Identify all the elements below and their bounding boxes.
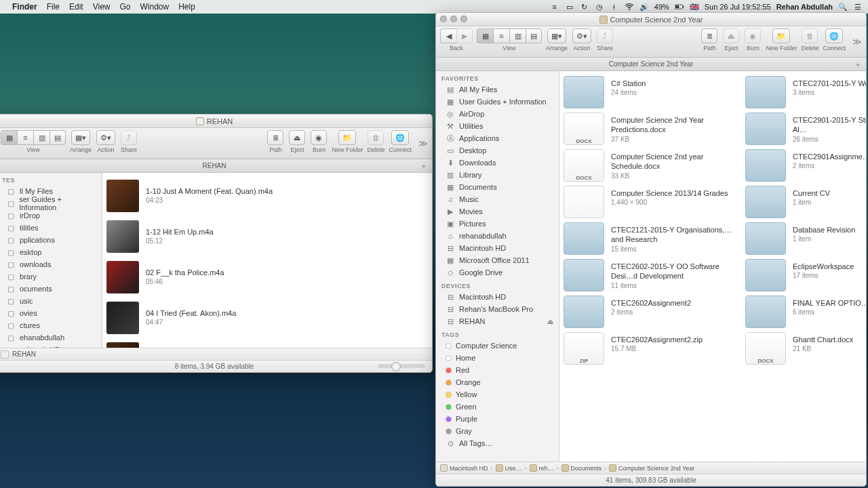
input-flag[interactable]: 🇬🇧 xyxy=(690,3,699,12)
list-view-btn[interactable]: ≡ xyxy=(493,28,509,43)
titlebar[interactable]: REHAN xyxy=(0,115,432,128)
menubar-user[interactable]: Rehan Abdullah xyxy=(776,3,833,11)
sidebar-item[interactable]: ⒶApplications xyxy=(436,132,559,144)
connect-btn[interactable]: 🌐 xyxy=(391,130,409,145)
icon-view-btn[interactable]: ▦ xyxy=(477,28,493,43)
icon-view-btn[interactable]: ▦ xyxy=(1,130,17,145)
file-item[interactable]: CTEC2602Assignment22 items xyxy=(562,295,738,329)
file-item[interactable]: 04 I Tried (Feat. Akon).m4a04:47 xyxy=(105,299,281,337)
menu-file[interactable]: File xyxy=(47,2,60,12)
volume-icon[interactable]: 🔊 xyxy=(639,2,649,12)
file-item[interactable]: CTEC2901Assignme…2 items xyxy=(744,148,866,182)
file-item[interactable]: FINAL YEAR OPTIO…6 items xyxy=(744,295,866,329)
share-btn[interactable]: ⤴ xyxy=(121,130,137,145)
sidebar-tag[interactable]: Computer Science xyxy=(436,340,559,352)
file-item[interactable]: Database Revision1 item xyxy=(744,222,866,256)
close-btn[interactable] xyxy=(440,16,447,22)
toolbar-overflow-icon[interactable]: ≫ xyxy=(418,138,428,148)
sidebar-item[interactable]: ⌂rehanabdullah xyxy=(436,230,559,242)
menubar-datetime[interactable]: Sun 26 Jul 19:52:55 xyxy=(705,3,771,11)
timemachine-icon[interactable]: ↻ xyxy=(580,2,589,12)
file-item[interactable]: ZIPCTEC2602Assignment2.zip15.7 MB xyxy=(562,331,738,365)
file-item[interactable]: Computer Science 2013/14 Grades1,440 × 9… xyxy=(562,185,738,219)
sidebar-item[interactable]: ▢pplications xyxy=(0,234,102,246)
menu-edit[interactable]: Edit xyxy=(69,2,83,12)
new-tab-btn[interactable]: ＋ xyxy=(854,59,862,70)
zoom-btn[interactable] xyxy=(460,16,467,22)
column-view-btn[interactable]: ▥ xyxy=(33,130,50,145)
sidebar-tag[interactable]: Yellow xyxy=(436,388,559,401)
sidebar-item[interactable]: ⊟Macintosh HD xyxy=(436,242,559,254)
burn-btn[interactable]: ◉ xyxy=(745,28,761,43)
sidebar-tag[interactable]: Purple xyxy=(436,413,559,425)
coverflow-view-btn[interactable]: ▤ xyxy=(50,130,66,145)
battery-icon[interactable] xyxy=(675,2,684,12)
fwd-btn[interactable]: ▶ xyxy=(456,28,473,43)
file-item[interactable]: Current CV1 item xyxy=(744,185,866,219)
path-segment[interactable]: reh… xyxy=(530,464,554,472)
menu-help[interactable]: Help xyxy=(178,2,195,12)
sidebar-item[interactable]: ▢ctures xyxy=(0,319,102,331)
sidebar-item[interactable]: ▢esktop xyxy=(0,246,102,258)
path-btn[interactable]: ≣ xyxy=(701,28,717,43)
battery-percent[interactable]: 49% xyxy=(654,3,669,11)
delete-btn[interactable]: 🗑 xyxy=(368,130,384,145)
sidebar-device[interactable]: ⊟REHAN⏏ xyxy=(436,315,559,327)
sidebar-item[interactable]: ◎AirDrop xyxy=(436,108,559,120)
file-item[interactable]: C# Station24 items xyxy=(562,75,738,109)
sidebar-item[interactable]: ◇Google Drive xyxy=(436,266,559,279)
sidebar-item[interactable]: ▢tilities xyxy=(0,222,102,234)
sidebar-item[interactable]: ▢usic xyxy=(0,295,102,307)
toolbar-overflow-icon[interactable]: ≫ xyxy=(852,37,862,47)
file-item[interactable]: DOCXComputer Science 2nd Year Prediction… xyxy=(562,112,738,146)
sidebar-item[interactable]: ⚒Utilities xyxy=(436,120,559,132)
new-tab-btn[interactable]: ＋ xyxy=(420,161,428,172)
path-btn[interactable]: ≣ xyxy=(267,130,283,145)
tab[interactable]: Computer Science 2nd Year xyxy=(609,60,694,68)
sidebar-item[interactable]: ⬇Downloads xyxy=(436,157,559,169)
sidebar-device[interactable]: ⊟Macintosh HD xyxy=(436,291,559,303)
path-segment[interactable]: Computer Science 2nd Year xyxy=(609,464,694,472)
newfolder-btn[interactable]: 📁 xyxy=(772,28,790,43)
list-view-btn[interactable]: ≡ xyxy=(17,130,33,145)
sidebar-item[interactable]: ▢ovies xyxy=(0,307,102,319)
titlebar[interactable]: Computer Science 2nd Year xyxy=(436,13,866,26)
sidebar-tag[interactable]: Gray xyxy=(436,425,559,437)
clock-icon[interactable]: ◷ xyxy=(595,2,604,12)
icon-size-slider[interactable] xyxy=(378,364,425,368)
sidebar-item[interactable]: ▢ehanabdullah xyxy=(0,331,102,344)
action-btn[interactable]: ⚙▾ xyxy=(572,28,591,43)
share-btn[interactable]: ⤴ xyxy=(597,28,613,43)
sidebar-item[interactable]: ▥Library xyxy=(436,169,559,181)
file-item[interactable]: 07 Can't Fade Me (Feat. Quan).m4a04:13 xyxy=(105,340,281,348)
column-view-btn[interactable]: ▥ xyxy=(509,28,526,43)
sidebar-item[interactable]: ▢ownloads xyxy=(0,258,102,270)
menu-window[interactable]: Window xyxy=(140,2,170,12)
file-item[interactable]: DOCXGhantt Chart.docx21 KB xyxy=(744,331,866,365)
path-segment[interactable]: Macintosh HD xyxy=(440,464,488,472)
coverflow-view-btn[interactable]: ▤ xyxy=(526,28,542,43)
file-item[interactable]: 1-12 Hit Em Up.m4a05:12 xyxy=(105,218,281,256)
burn-btn[interactable]: ◉ xyxy=(311,130,327,145)
menu-view[interactable]: View xyxy=(93,2,111,12)
sidebar-item[interactable]: ▤All My Files xyxy=(436,83,559,96)
sidebar-item[interactable]: ▦Documents xyxy=(436,181,559,193)
file-item[interactable]: DOCXComputer Science 2nd year Schedule.d… xyxy=(562,148,738,182)
sidebar-tag[interactable]: Home xyxy=(436,352,559,364)
eject-btn[interactable]: ⏏ xyxy=(289,130,305,145)
menuextra-icon[interactable]: ≡ xyxy=(550,2,559,12)
file-item[interactable]: CTEC2121-2015-Y Organisations,…and Resea… xyxy=(562,222,738,256)
menu-go[interactable]: Go xyxy=(120,2,131,12)
file-item[interactable]: CTEC2901-2015-Y Structures and Al…26 ite… xyxy=(744,112,866,146)
sidebar-item[interactable]: ▭Desktop xyxy=(436,144,559,157)
arrange-btn[interactable]: ▦▾ xyxy=(71,130,90,145)
back-btn[interactable]: ◀ xyxy=(440,28,456,43)
bluetooth-icon[interactable]: ᚼ xyxy=(610,2,619,12)
sidebar-item[interactable]: ▦User Guides + Information xyxy=(436,96,559,108)
eject-icon[interactable]: ⏏ xyxy=(547,318,553,325)
file-area[interactable]: 1-10 Just A Moment (Feat. Quan).m4a04:23… xyxy=(102,173,432,348)
file-area[interactable]: C# Station24 itemsDOCXComputer Science 2… xyxy=(559,71,866,462)
action-btn[interactable]: ⚙▾ xyxy=(96,130,115,145)
sidebar-device[interactable]: ⊟Rehan's MacBook Pro xyxy=(436,303,559,315)
app-name[interactable]: Finder xyxy=(12,2,37,12)
